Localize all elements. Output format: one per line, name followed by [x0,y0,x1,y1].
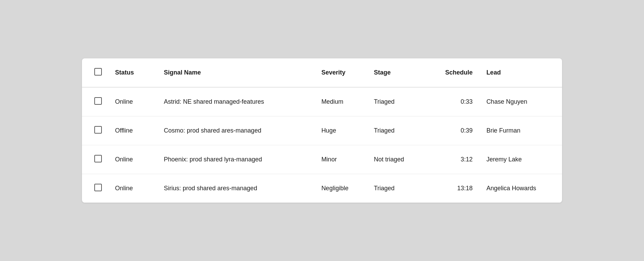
row-schedule: 3:12 [427,145,479,174]
header-checkbox-cell [82,58,108,87]
row-status: Online [108,174,157,203]
row-severity: Negligible [314,174,367,203]
row-status: Online [108,87,157,116]
table-row: Online Phoenix: prod shared lyra-managed… [82,145,562,174]
header-severity: Severity [314,58,367,87]
row-checkbox-cell [82,116,108,145]
row-signal-name: Sirius: prod shared ares-managed [157,174,314,203]
row-checkbox-cell [82,174,108,203]
row-lead: Chase Nguyen [479,87,562,116]
header-signal-name: Signal Name [157,58,314,87]
row-schedule: 13:18 [427,174,479,203]
row-signal-name: Phoenix: prod shared lyra-managed [157,145,314,174]
row-severity: Huge [314,116,367,145]
row-stage: Triaged [367,174,427,203]
row-lead: Jeremy Lake [479,145,562,174]
table-row: Online Astrid: NE shared managed-feature… [82,87,562,116]
row-status: Online [108,145,157,174]
row-lead: Brie Furman [479,116,562,145]
row-checkbox-1[interactable] [94,126,102,134]
row-stage: Not triaged [367,145,427,174]
row-checkbox-2[interactable] [94,155,102,162]
row-status: Offline [108,116,157,145]
row-stage: Triaged [367,116,427,145]
row-checkbox-0[interactable] [94,97,102,105]
row-checkbox-cell [82,145,108,174]
row-severity: Minor [314,145,367,174]
row-stage: Triaged [367,87,427,116]
main-table-container: Status Signal Name Severity Stage Schedu… [82,58,562,203]
header-stage: Stage [367,58,427,87]
header-schedule: Schedule [427,58,479,87]
row-checkbox-cell [82,87,108,116]
table-row: Offline Cosmo: prod shared ares-managed … [82,116,562,145]
header-lead: Lead [479,58,562,87]
header-status: Status [108,58,157,87]
row-schedule: 0:39 [427,116,479,145]
row-checkbox-3[interactable] [94,184,102,191]
row-schedule: 0:33 [427,87,479,116]
row-signal-name: Cosmo: prod shared ares-managed [157,116,314,145]
row-signal-name: Astrid: NE shared managed-features [157,87,314,116]
table-row: Online Sirius: prod shared ares-managed … [82,174,562,203]
select-all-checkbox[interactable] [94,68,102,76]
row-lead: Angelica Howards [479,174,562,203]
table-header-row: Status Signal Name Severity Stage Schedu… [82,58,562,87]
signals-table: Status Signal Name Severity Stage Schedu… [82,58,562,203]
row-severity: Medium [314,87,367,116]
